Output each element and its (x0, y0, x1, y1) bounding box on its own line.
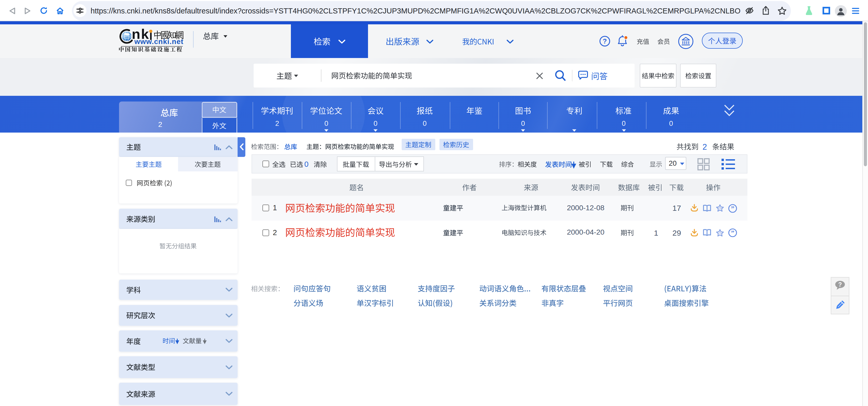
svg-text:”: ” (731, 205, 735, 212)
svg-text:?: ? (838, 281, 842, 288)
svg-text:”: ” (731, 229, 735, 237)
svg-text:?: ? (603, 37, 607, 45)
